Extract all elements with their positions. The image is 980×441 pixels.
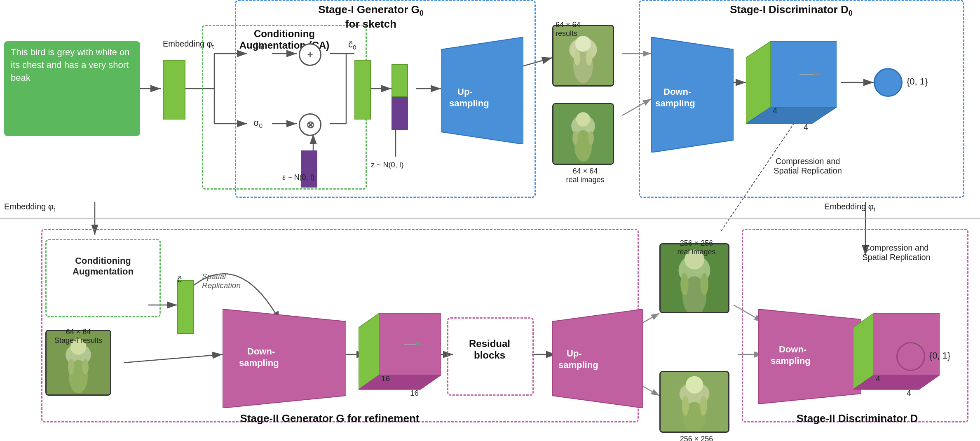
stage-divider <box>0 218 980 219</box>
svg-point-67 <box>82 359 89 375</box>
svg-text:16: 16 <box>381 374 390 383</box>
svg-text:Up-: Up- <box>457 87 473 97</box>
svg-text:sampling: sampling <box>655 98 695 108</box>
embedding-label-stage1-disc: Embedding φt <box>824 202 875 213</box>
svg-point-92 <box>682 396 689 416</box>
svg-point-93 <box>700 396 707 416</box>
svg-text:Down-: Down- <box>663 87 691 97</box>
stage2-output-circle <box>896 342 925 371</box>
stage1-upsampling-shape: Up- sampling <box>441 37 523 144</box>
stage2-upsampling-shape: Up- sampling <box>552 309 643 408</box>
svg-point-50 <box>588 131 593 145</box>
svg-point-48 <box>576 112 591 127</box>
residual-blocks-label: Residualblocks <box>448 338 531 361</box>
svg-point-86 <box>680 273 688 295</box>
spatial-replication-label: SpatialReplication <box>202 272 241 290</box>
real-images-64 <box>552 103 614 165</box>
text-description-box: This bird is grey with white on its ches… <box>4 41 140 136</box>
svg-point-91 <box>686 376 703 394</box>
svg-point-43 <box>574 50 580 66</box>
stage1-cube: 128 512 4 4 <box>746 41 837 132</box>
embedding-bar-1 <box>163 60 185 120</box>
z-label: z ~ N(0, I) <box>371 161 404 169</box>
stage2-generator-title: Stage-II Generator G for refinement <box>82 412 577 425</box>
svg-text:Up-: Up- <box>567 348 582 359</box>
c-hat-bar-2 <box>177 280 194 334</box>
results-64-label: 64 × 64results <box>556 21 581 38</box>
stage2-conditioning-box <box>45 239 161 317</box>
diagram: Text description t This bird is grey wit… <box>0 0 980 441</box>
stage2-conditioning-label: ConditioningAugmentation <box>49 256 157 277</box>
svg-point-49 <box>572 131 578 145</box>
stage1-output-circle <box>874 68 903 97</box>
svg-text:4: 4 <box>804 122 808 131</box>
stage2-discriminator-title: Stage-II Discriminator D <box>746 412 968 425</box>
svg-text:16: 16 <box>410 389 419 396</box>
c-hat-label-2: ĉ <box>177 274 182 285</box>
svg-text:4: 4 <box>876 374 880 383</box>
svg-text:Down-: Down- <box>779 344 807 354</box>
svg-marker-36 <box>441 37 523 144</box>
svg-text:4: 4 <box>773 106 777 115</box>
svg-marker-79 <box>552 309 643 408</box>
svg-point-44 <box>586 50 592 66</box>
stage2-downsampling-shape: Down- sampling <box>223 309 346 408</box>
stage2-disc-downsampling-shape: Down- sampling <box>758 309 861 404</box>
svg-text:sampling: sampling <box>449 98 489 108</box>
svg-point-42 <box>575 36 591 52</box>
svg-text:sampling: sampling <box>558 360 598 370</box>
real-images-256-label: 256 × 256real images <box>663 239 729 256</box>
real-images-64-label: 64 × 64real images <box>552 167 618 184</box>
results-256-image <box>659 371 729 433</box>
svg-text:sampling: sampling <box>771 356 811 366</box>
gen-input-purple-bar <box>392 97 408 130</box>
stage1-downsampling-shape: Down- sampling <box>651 37 734 152</box>
embedding-label-stage2-left: Embedding φt <box>4 202 55 213</box>
stage1-results-label: 64 × 64Stage-I results <box>45 328 111 345</box>
stage1-generator-title: Stage-I Generator G0for sketch <box>288 3 453 30</box>
stage2-output-label: {0, 1} <box>929 350 950 361</box>
results-256-label: 256 × 256results <box>663 435 729 441</box>
compression-label-2: Compression andSpatial Replication <box>845 243 948 262</box>
compression-label-1: Compression andSpatial Replication <box>762 157 853 176</box>
gen-input-green-bar <box>392 64 408 97</box>
svg-text:Down-: Down- <box>247 346 275 357</box>
svg-text:sampling: sampling <box>239 358 279 368</box>
stage1-output-label: {0, 1} <box>907 76 928 87</box>
stage1-discriminator-title: Stage-I Discriminator D0 <box>668 3 915 18</box>
svg-point-87 <box>700 273 708 295</box>
stage2-cube-small: 128 512 16 16 <box>359 313 441 396</box>
svg-text:4: 4 <box>907 389 911 396</box>
svg-point-66 <box>68 359 74 375</box>
